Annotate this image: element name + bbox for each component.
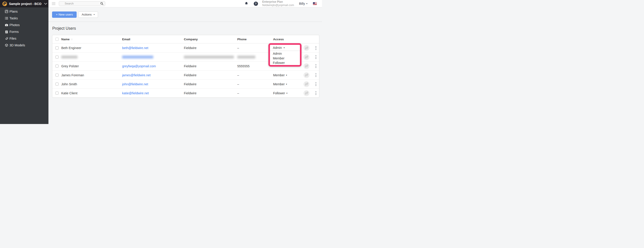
row-menu-button[interactable] [314,63,317,69]
user-email-link[interactable]: james@fieldwire.net [122,73,150,77]
menu-icon[interactable] [52,1,56,6]
user-phone-cell: – [237,73,273,77]
row-checkbox[interactable] [56,74,58,77]
remove-user-button[interactable] [304,54,310,60]
row-menu-button[interactable] [314,81,317,87]
sidebar-item-3d-models[interactable]: 3D Models [0,42,48,49]
user-company-cell: Fieldwire [184,64,237,68]
row-menu-button[interactable] [314,45,317,51]
toolbar: + New users Actions ▾ [48,7,322,22]
select-all-checkbox[interactable] [56,37,58,41]
sidebar-item-forms[interactable]: Forms [0,28,48,35]
column-header-phone[interactable]: Phone [237,37,273,41]
access-dropdown[interactable]: Member▾ [273,73,300,77]
main-content: Project Users Name↑ Email Company Phone … [48,22,322,124]
user-company-cell: Fieldwire [184,82,237,86]
row-menu-button[interactable] [314,54,317,60]
row-checkbox[interactable] [56,65,58,68]
user-name-cell: James Foreman [61,73,122,77]
unlink-icon [305,82,308,86]
plan-email: fieldwirejlo@yopmail.com [262,3,294,7]
table-row: James Foreman james@fieldwire.net Fieldw… [52,70,319,79]
forms-icon [5,30,8,33]
user-name-cell: Beth Engineer [61,46,122,50]
unlink-icon [305,64,308,68]
project-title: Sample project - BCO [9,2,42,6]
redacted-company [184,56,234,58]
user-phone-cell: – [237,46,273,50]
column-header-access[interactable]: Access [273,37,300,41]
user-company-cell: Fieldwire [184,46,237,50]
access-dropdown[interactable]: Member▾ [273,82,300,86]
page-title: Project Users [52,26,76,31]
access-dropdown-trigger[interactable]: Admin ▾ [270,45,300,51]
files-icon [5,37,8,40]
user-name-cell: Grey Polster [61,64,122,68]
user-email-link[interactable]: john@fieldwire.net [122,82,148,86]
user-phone-cell: – [237,91,273,95]
user-email-link[interactable]: beth@fieldwire.net [122,46,148,50]
unlink-icon [305,91,308,95]
row-menu-button[interactable] [314,90,317,96]
remove-user-button[interactable] [304,72,310,78]
notifications-bell-icon[interactable] [244,1,248,6]
sidebar-item-files[interactable]: Files [0,35,48,42]
sidebar-item-tasks[interactable]: Tasks [0,15,48,22]
column-header-company[interactable]: Company [184,37,237,41]
sidebar-item-photos[interactable]: Photos [0,22,48,28]
new-users-button[interactable]: + New users [52,11,76,18]
user-company-cell: Fieldwire [184,73,237,77]
topbar-right: ? Enterprise Plan fieldwirejlo@yopmail.c… [244,0,322,7]
remove-user-button[interactable] [304,81,310,87]
row-menu-button[interactable] [314,72,317,78]
access-selected-value: Admin [273,46,282,49]
row-checkbox[interactable] [56,83,58,86]
remove-user-button[interactable] [304,45,310,51]
user-name-cell: John Smith [61,82,122,86]
remove-user-button[interactable] [304,90,310,96]
user-name-cell: Katie Client [61,91,122,95]
project-switcher[interactable]: Sample project - BCO [0,0,48,7]
caret-down-icon: ▾ [286,83,287,85]
tasks-icon [5,17,8,20]
access-dropdown[interactable]: Follower▾ [273,91,300,95]
fieldwire-logo [2,1,7,6]
caret-down-icon: ▾ [306,2,307,5]
help-icon[interactable]: ? [254,1,258,6]
table-row: John Smith john@fieldwire.net Fieldwire … [52,79,319,88]
search-box [59,1,105,6]
plan-name: Enterprise Plan [262,0,294,3]
access-dropdown-menu: Admin Member Follower [270,51,300,65]
us-flag-icon[interactable] [313,2,317,5]
column-header-email[interactable]: Email [122,37,184,41]
search-icon [100,2,104,5]
user-menu[interactable]: Billy ▾ [299,2,307,5]
user-email-link[interactable]: greyfwqa@yopmail.com [122,64,156,68]
caret-down-icon: ▾ [286,74,287,76]
redacted-phone [237,56,255,58]
sidebar: Sample project - BCO Plans Tasks Photos [0,0,48,124]
column-header-name[interactable]: Name↑ [61,37,122,41]
user-phone-cell: 5555555 [237,64,273,68]
photos-icon [5,23,8,27]
access-option-follower[interactable]: Follower [270,60,300,65]
caret-down-icon: ▾ [94,13,95,15]
row-checkbox[interactable] [56,46,58,49]
row-checkbox[interactable] [56,92,58,95]
access-option-member[interactable]: Member [270,56,300,61]
access-option-admin[interactable]: Admin [270,51,300,56]
sidebar-nav: Plans Tasks Photos Forms Files [0,7,48,49]
sidebar-item-label: Files [10,37,16,40]
sidebar-item-label: Plans [10,10,18,13]
unlink-icon [305,46,308,50]
table-header: Name↑ Email Company Phone Access [52,35,319,43]
unlink-icon [305,73,308,77]
user-email-link[interactable]: katie@fieldwire.net [122,91,149,95]
actions-button[interactable]: Actions ▾ [78,11,98,18]
access-dropdown-annotation: Admin ▾ Admin Member Follower [268,43,302,67]
sidebar-item-plans[interactable]: Plans [0,8,48,15]
search-input[interactable] [59,1,105,6]
row-checkbox[interactable] [56,56,58,59]
remove-user-button[interactable] [304,63,310,69]
table-row: Katie Client katie@fieldwire.net Fieldwi… [52,88,319,97]
